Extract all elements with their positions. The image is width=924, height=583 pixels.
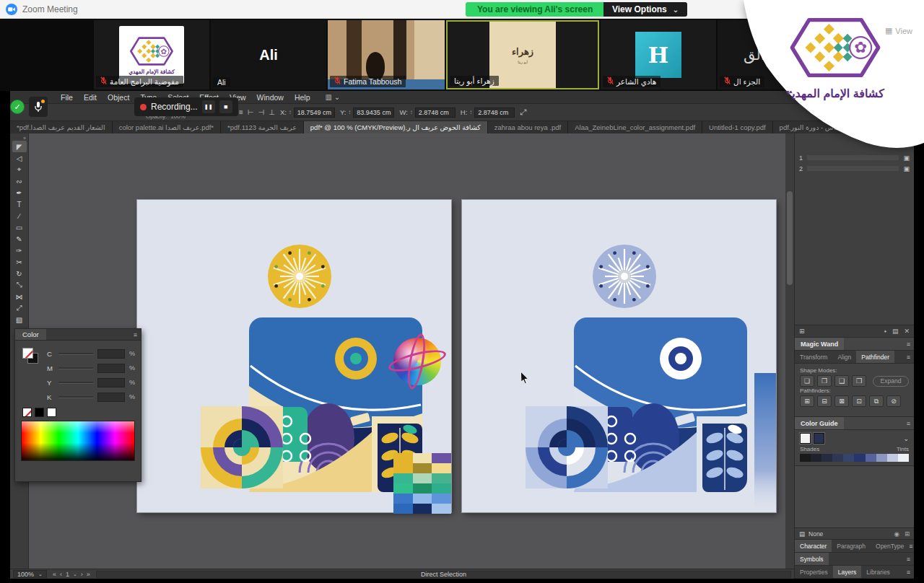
panel-icon[interactable]: ⊞: [799, 328, 805, 335]
align-icon[interactable]: ⊥: [269, 108, 275, 116]
field-value[interactable]: 18.7549 cm: [294, 108, 335, 118]
collapse-toolbar-icon[interactable]: »: [23, 136, 26, 141]
tab-symbols[interactable]: Symbols: [795, 553, 829, 565]
view-options-button[interactable]: View Options ⌄: [603, 2, 687, 17]
panel-icon[interactable]: ▤: [892, 328, 899, 336]
brush-row-icon[interactable]: ◉: [894, 530, 899, 538]
next-artboard-icon[interactable]: ›: [81, 571, 83, 578]
base-color-swatch[interactable]: [800, 433, 811, 444]
prev-artboard-icon[interactable]: ‹: [60, 571, 62, 578]
document-tab[interactable]: حسين عباس - دورة النور.pdf: [773, 121, 868, 133]
document-tab[interactable]: كشافة الحوض عريف ال ر.pdf* @ 100 % (CMYK…: [304, 121, 488, 133]
variation-swatch[interactable]: [898, 454, 909, 462]
tab-properties[interactable]: Properties: [795, 566, 833, 578]
panel-menu-icon[interactable]: ≡: [907, 569, 910, 576]
artboard-row[interactable]: 1▣: [795, 152, 914, 163]
scrollbar-thumb[interactable]: [787, 191, 793, 285]
document-tab[interactable]: Untitled-1 copy.pdf: [702, 121, 773, 133]
brush-row-icon[interactable]: ⊞: [905, 530, 910, 538]
field-value[interactable]: 2.8748 cm: [415, 108, 456, 118]
tab-libraries[interactable]: Libraries: [861, 566, 895, 578]
stop-recording-button[interactable]: ■: [219, 100, 232, 113]
document-tab[interactable]: Untitled: [868, 121, 905, 133]
horizontal-scrollbar[interactable]: Direct Selection: [96, 571, 791, 578]
shape-mode-button-4[interactable]: ❒: [852, 375, 866, 387]
channel-value-field[interactable]: [97, 364, 125, 373]
panel-menu-icon[interactable]: ≡: [909, 543, 912, 550]
panel-menu-icon[interactable]: ≡: [907, 354, 910, 361]
transform-icon[interactable]: ⤢: [520, 108, 526, 117]
channel-value-field[interactable]: [97, 349, 125, 359]
panel-icon[interactable]: ⬩: [884, 328, 886, 336]
variation-swatch[interactable]: [811, 454, 821, 462]
tab-character[interactable]: Character: [795, 540, 832, 552]
pathfinder-button-6[interactable]: ⊘: [886, 395, 901, 407]
variation-swatch[interactable]: [854, 454, 865, 462]
tab-align[interactable]: Align: [832, 351, 856, 363]
pencil-tool[interactable]: ✑: [12, 245, 27, 256]
expand-button[interactable]: Expand: [873, 376, 909, 387]
zoom-level-select[interactable]: 100% ⌄: [13, 570, 47, 578]
tab-opentype[interactable]: OpenType: [871, 540, 909, 552]
stepper-icon[interactable]: ↕: [289, 109, 292, 115]
variation-swatch[interactable]: [866, 454, 876, 462]
selection-tool[interactable]: ◤: [12, 141, 27, 152]
stepper-icon[interactable]: ↕: [469, 109, 472, 115]
paintbrush-tool[interactable]: ✎: [12, 233, 27, 245]
chevron-down-icon[interactable]: ⌄: [73, 571, 77, 577]
document-tab[interactable]: color palette.ai عريف الصدا.pdf*: [113, 121, 221, 133]
variation-swatch[interactable]: [821, 454, 832, 462]
base-color-swatch[interactable]: [814, 433, 824, 444]
document-tab[interactable]: الشعار القديم عريف الصدا.pdf*: [10, 121, 113, 133]
color-guide-tab[interactable]: Color Guide: [795, 417, 844, 429]
document-tab[interactable]: Alaa_ZeinebLine_color_assignment.pdf: [568, 121, 702, 133]
menu-file[interactable]: File: [61, 93, 73, 102]
channel-slider[interactable]: [58, 353, 93, 355]
direct-selection-tool[interactable]: ◁: [12, 152, 27, 164]
menu-window[interactable]: Window: [257, 93, 284, 102]
shape-mode-button-2[interactable]: ❐: [817, 375, 832, 387]
shape-mode-button-3[interactable]: ❑: [834, 375, 849, 387]
chevron-down-icon[interactable]: ⌄: [903, 435, 909, 442]
align-icon[interactable]: ≡: [239, 108, 243, 116]
scissors-tool[interactable]: ✂: [12, 256, 27, 268]
last-artboard-icon[interactable]: »: [87, 571, 90, 578]
shape-mode-button-1[interactable]: ❏: [800, 375, 814, 387]
type-tool[interactable]: T: [12, 198, 27, 210]
artboard-navigation[interactable]: « ‹ 1 ⌄ › »: [53, 571, 90, 578]
align-icon[interactable]: ⊣: [258, 108, 264, 116]
white-swatch[interactable]: [47, 408, 56, 417]
vertical-scrollbar[interactable]: [785, 133, 794, 569]
black-swatch[interactable]: [35, 408, 44, 417]
first-artboard-icon[interactable]: «: [53, 571, 56, 578]
channel-slider[interactable]: [58, 367, 93, 369]
field-value[interactable]: 2.8748 cm: [474, 108, 515, 118]
menu-object[interactable]: Object: [108, 93, 129, 102]
workspace-switcher-icon[interactable]: ▥ ⌄: [326, 93, 341, 101]
panel-menu-icon[interactable]: ≡: [134, 331, 137, 338]
none-swatch[interactable]: [22, 408, 32, 417]
channel-value-field[interactable]: [97, 378, 125, 387]
align-icon[interactable]: ⊢: [248, 108, 254, 116]
shape-builder-tool[interactable]: ▧: [12, 314, 27, 325]
free-transform-tool[interactable]: ⤢: [12, 302, 27, 314]
field-value[interactable]: 83.9435 cm: [353, 108, 394, 118]
variation-swatch[interactable]: [887, 454, 898, 462]
fill-swatch-none[interactable]: [22, 348, 33, 359]
pathfinder-button-3[interactable]: ⊠: [834, 395, 849, 407]
pathfinder-button-4[interactable]: ⊡: [852, 395, 866, 407]
magic-wand-tool[interactable]: ⌖: [12, 164, 27, 175]
color-panel-tab[interactable]: Color: [15, 329, 46, 340]
document-tab[interactable]: zahraa abou reya .pdf: [488, 121, 568, 133]
pause-recording-button[interactable]: ❚❚: [202, 100, 215, 113]
panel-menu-icon[interactable]: ≡: [907, 341, 910, 348]
canvas-area[interactable]: [29, 133, 794, 569]
panel-menu-icon[interactable]: ≡: [907, 556, 910, 563]
stepper-icon[interactable]: ↕: [348, 109, 351, 115]
document-tab[interactable]: عريف الحرمة 1123.pdf*: [221, 121, 304, 133]
rectangle-tool[interactable]: ▭: [12, 222, 27, 233]
artboard-row[interactable]: 2▣: [795, 163, 914, 174]
tab-layers[interactable]: Layers: [833, 566, 862, 578]
tab-transform[interactable]: Transform: [795, 351, 832, 363]
channel-slider[interactable]: [58, 396, 93, 398]
